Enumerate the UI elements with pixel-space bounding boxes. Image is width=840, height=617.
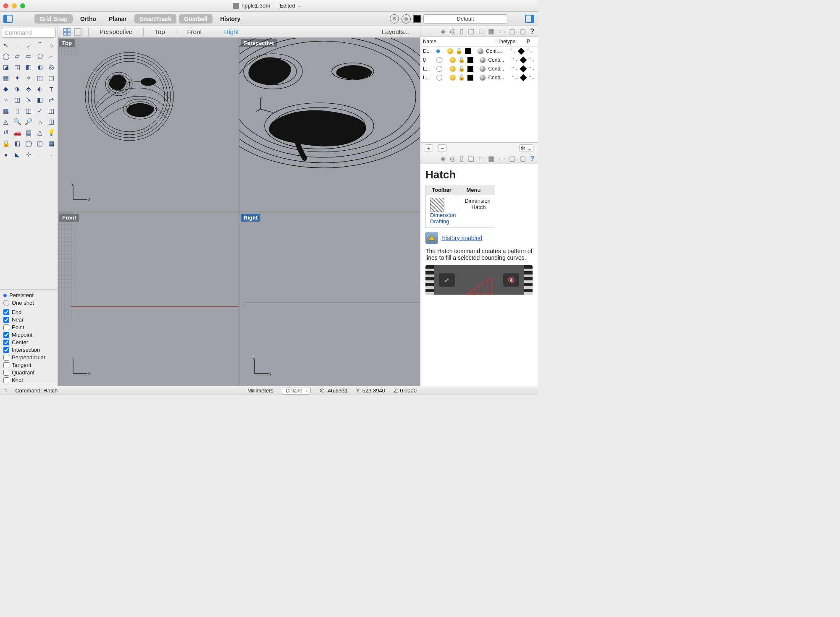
tool-17[interactable]: ✧ [24, 73, 34, 83]
tool-12[interactable]: ◧ [24, 62, 34, 72]
tool-50[interactable]: ● [1, 149, 11, 159]
osnap-point[interactable]: Point [3, 324, 54, 330]
toggle-right-sidebar[interactable] [525, 15, 534, 23]
lock-icon[interactable]: 🔓 [458, 57, 465, 63]
tool-15[interactable]: ▦ [1, 73, 11, 83]
command-input[interactable]: Command [2, 28, 56, 38]
print-color[interactable] [520, 56, 527, 63]
layer-color[interactable] [467, 57, 473, 63]
target-icon[interactable]: ◎ [450, 27, 456, 35]
material-icon[interactable] [480, 66, 486, 72]
viewport-perspective[interactable]: Perspective z [239, 38, 420, 212]
osnap-persistent[interactable]: Persistent [3, 292, 54, 298]
linetype-label[interactable]: Conti... [488, 57, 509, 63]
osnap-near[interactable]: Near [3, 316, 54, 323]
tool-48[interactable]: ◫ [35, 139, 45, 149]
tool-43[interactable]: △ [35, 128, 45, 138]
col-name[interactable]: Name [423, 39, 440, 44]
tool-32[interactable]: ◫ [24, 106, 34, 116]
layers-icon[interactable]: ◈ [441, 27, 446, 35]
dropdown-icon[interactable]: ⌃⌄ [528, 66, 535, 71]
current-layer-radio[interactable] [436, 75, 442, 81]
tool-34[interactable]: ◫ [46, 106, 56, 116]
tool-8[interactable]: ⬠ [35, 51, 45, 61]
cplane-icon[interactable]: ⊙ [390, 14, 399, 24]
tool-14[interactable]: ◎ [46, 62, 56, 72]
tool-39[interactable]: ◫ [46, 117, 56, 127]
layers-icon[interactable]: ◈ [441, 154, 446, 162]
tool-47[interactable]: ◯ [24, 139, 34, 149]
tool-10[interactable]: ◪ [1, 62, 11, 72]
tool-49[interactable]: ▦ [46, 139, 56, 149]
page-icon[interactable]: ▯ [460, 27, 464, 35]
visibility-icon[interactable] [447, 48, 453, 54]
box-icon[interactable]: ◫ [468, 154, 474, 162]
close-icon[interactable] [3, 3, 8, 8]
tool-44[interactable]: 💡 [46, 128, 56, 138]
toggle-planar[interactable]: Planar [104, 14, 132, 24]
osnap-end[interactable]: End [3, 309, 54, 315]
viewtab-front[interactable]: Front [181, 28, 209, 35]
checkbox[interactable] [3, 362, 9, 368]
tool-19[interactable]: ▢ [46, 73, 56, 83]
tool-22[interactable]: ⬘ [24, 84, 34, 94]
dropdown-icon[interactable]: ⌃⌄ [509, 49, 516, 53]
tool-7[interactable]: ▭ [24, 51, 34, 61]
toggle-left-sidebar[interactable] [3, 15, 13, 23]
expand-icon[interactable]: ⤢ [439, 273, 455, 287]
dropdown-icon[interactable]: ⌃⌄ [512, 66, 518, 71]
checkbox[interactable] [3, 377, 9, 383]
lock-icon[interactable]: 🔓 [458, 74, 465, 81]
linetype-label[interactable]: Conti... [486, 48, 507, 54]
dropdown-icon[interactable]: ⌃⌄ [528, 75, 535, 80]
tool-6[interactable]: ▱ [12, 51, 22, 61]
add-layer-button[interactable]: + [425, 144, 433, 152]
viewtab-perspective[interactable]: Perspective [93, 28, 139, 35]
dropdown-icon[interactable]: ⌃⌄ [512, 58, 518, 62]
toggle-gumball[interactable]: Gumball [179, 14, 213, 24]
screen-icon[interactable]: ▢ [520, 154, 526, 162]
monitor-icon[interactable]: ▢ [509, 27, 515, 35]
tool-51[interactable]: ◣ [12, 149, 22, 159]
target-icon[interactable]: ◎ [450, 154, 456, 162]
layer-row[interactable]: 0 🔓 Conti... ⌃⌄ ⌃⌄ [420, 55, 538, 64]
tool-16[interactable]: ✦ [12, 73, 22, 83]
material-icon[interactable] [480, 57, 486, 63]
tool-42[interactable]: ▤ [24, 128, 34, 138]
page-icon[interactable]: ▯ [460, 154, 464, 162]
lock-icon[interactable]: 🔓 [458, 65, 465, 72]
tool-52[interactable]: ⊹ [24, 149, 34, 159]
layer-options-button[interactable]: ✻ ⌄ [519, 144, 533, 152]
history-enabled-link[interactable]: History enabled [441, 235, 482, 241]
tool-30[interactable]: ▦ [1, 106, 11, 116]
viewport-top[interactable]: Top xy [58, 38, 239, 212]
record-icon[interactable]: ◎ [402, 14, 411, 24]
tool-24[interactable]: T [46, 84, 56, 94]
material-icon[interactable] [478, 48, 483, 54]
checkbox[interactable] [3, 332, 9, 338]
tool-53[interactable]: · [35, 149, 45, 159]
osnap-quadrant[interactable]: Quadrant [3, 369, 54, 376]
tool-40[interactable]: ↺ [1, 128, 11, 138]
tool-27[interactable]: ⇲ [24, 95, 34, 105]
osnap-tangent[interactable]: Tangent [3, 362, 54, 368]
current-layer-radio[interactable] [436, 57, 442, 63]
toggle-gridsnap[interactable]: Grid Snap [34, 14, 73, 24]
link-drafting[interactable]: Drafting [430, 218, 456, 225]
viewport-front[interactable]: Front xz [58, 212, 239, 386]
chevron-down-icon[interactable]: ⌄ [298, 3, 301, 8]
monitor-icon[interactable]: ▢ [509, 154, 515, 162]
status-plane-select[interactable]: CPlane [282, 387, 311, 395]
tool-13[interactable]: ◐ [35, 62, 45, 72]
print-color[interactable] [520, 74, 527, 81]
col-print[interactable]: P [527, 39, 535, 44]
checkbox[interactable] [3, 347, 9, 353]
tool-37[interactable]: 🔎 [24, 117, 34, 127]
layer-color[interactable] [467, 75, 473, 81]
checkbox[interactable] [3, 317, 9, 323]
visibility-icon[interactable] [450, 66, 456, 72]
material-icon[interactable] [480, 75, 486, 81]
layer-color[interactable] [467, 66, 473, 72]
tool-9[interactable]: ⌐ [46, 51, 56, 61]
four-view-icon[interactable] [62, 27, 71, 37]
